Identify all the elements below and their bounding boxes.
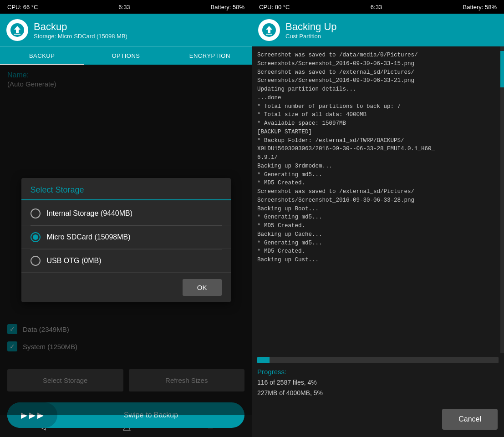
- log-line: * MD5 Created.: [257, 222, 499, 230]
- log-line: * Generating md5...: [257, 213, 499, 222]
- log-line: [BACKUP STARTED]: [257, 128, 499, 137]
- scrollbar[interactable]: [500, 46, 504, 353]
- right-app-title: Backing Up Cust Partition: [285, 21, 337, 40]
- backup-app-icon: [6, 19, 28, 41]
- log-lines: Screenshot was saved to /data/media/0/Pi…: [257, 51, 499, 264]
- right-title-sub: Cust Partition: [285, 33, 337, 40]
- select-storage-dialog: Select Storage Internal Storage (9440MB)…: [21, 178, 231, 302]
- left-app-header: Backup Storage: Micro SDCard (15098 MB): [0, 14, 252, 46]
- radio-micro-sd: [31, 232, 41, 242]
- tab-backup[interactable]: BACKUP: [0, 47, 84, 65]
- log-line: Screenshot was saved to /external_sd/Pic…: [257, 188, 499, 196]
- left-cpu-status: CPU: 66 °C: [7, 4, 38, 10]
- radio-internal: [31, 208, 41, 218]
- backing-up-icon-svg: [261, 22, 277, 38]
- radio-micro-sd-label: Micro SDCard (15098MB): [47, 233, 131, 241]
- left-app-title: Backup Storage: Micro SDCard (15098 MB): [34, 21, 127, 40]
- dialog-overlay: Select Storage Internal Storage (9440MB)…: [0, 65, 252, 415]
- storage-option-micro-sd[interactable]: Micro SDCard (15098MB): [21, 226, 231, 249]
- radio-internal-label: Internal Storage (9440MB): [47, 209, 133, 218]
- progress-section: Progress: 116 of 2587 files, 4% 227MB of…: [252, 353, 504, 404]
- right-time: 6:33: [371, 4, 382, 10]
- storage-option-internal[interactable]: Internal Storage (9440MB): [21, 202, 231, 225]
- left-title-main: Backup: [34, 21, 127, 33]
- tab-encryption[interactable]: ENCRYPTION: [168, 47, 252, 65]
- left-status-bar: CPU: 66 °C 6:33 Battery: 58%: [0, 0, 252, 14]
- log-line: Backing up Cust...: [257, 256, 499, 264]
- left-battery: Battery: 58%: [211, 4, 244, 10]
- ok-button[interactable]: OK: [183, 279, 222, 296]
- log-line: * Generating md5...: [257, 239, 499, 248]
- left-title-sub: Storage: Micro SDCard (15098 MB): [34, 33, 127, 40]
- log-line: Backing up Cache...: [257, 230, 499, 239]
- backing-up-app-icon: [258, 19, 280, 41]
- log-line: * Available space: 15097MB: [257, 119, 499, 128]
- log-line: * MD5 Created.: [257, 247, 499, 256]
- left-time: 6:33: [118, 4, 130, 10]
- progress-files: 116 of 2587 files, 4%: [257, 377, 499, 387]
- backup-log-area[interactable]: Screenshot was saved to /data/media/0/Pi…: [252, 46, 504, 353]
- backup-icon-svg: [10, 22, 25, 38]
- log-line: Screenshots/Screenshot_2016-09-30-06-33-…: [257, 76, 499, 85]
- right-app-header: Backing Up Cust Partition: [252, 14, 504, 46]
- progress-size: 227MB of 4000MB, 5%: [257, 388, 499, 398]
- log-line: Screenshots/Screenshot_2016-09-30-06-33-…: [257, 196, 499, 205]
- radio-usb-otg-label: USB OTG (0MB): [47, 257, 102, 265]
- log-line: ...done: [257, 94, 499, 102]
- log-line: * MD5 Created.: [257, 179, 499, 188]
- dialog-title: Select Storage: [21, 178, 231, 200]
- dialog-ok-row: OK: [21, 273, 231, 302]
- left-panel: CPU: 66 °C 6:33 Battery: 58% Backup Stor…: [0, 0, 252, 437]
- right-status-bar: CPU: 80 °C 6:33 Battery: 58%: [252, 0, 504, 14]
- storage-option-usb-otg[interactable]: USB OTG (0MB): [21, 249, 231, 273]
- log-line: Screenshot was saved to /external_sd/Pic…: [257, 68, 499, 77]
- progress-bar-fill: [257, 357, 270, 363]
- log-line: * Backup Folder: /external_sd/TWRP/BACKU…: [257, 137, 499, 145]
- right-title-main: Backing Up: [285, 21, 337, 33]
- progress-label: Progress:: [257, 368, 499, 376]
- log-line: Screenshot was saved to /data/media/0/Pi…: [257, 51, 499, 60]
- tabs-bar: BACKUP OPTIONS ENCRYPTION: [0, 46, 252, 65]
- radio-usb-otg: [31, 256, 41, 266]
- main-content-area: Name: (Auto Generate) Select Storage Int…: [0, 65, 252, 415]
- radio-micro-sd-inner: [33, 234, 38, 240]
- log-line: * Total number of partitions to back up:…: [257, 102, 499, 111]
- progress-bar-bg: [257, 357, 499, 363]
- right-cpu-status: CPU: 80 °C: [259, 4, 290, 10]
- tab-options[interactable]: OPTIONS: [84, 47, 168, 65]
- cancel-row: Cancel: [252, 404, 504, 437]
- log-line: Screenshots/Screenshot_2016-09-30-06-33-…: [257, 60, 499, 68]
- log-line: * Total size of all data: 4000MB: [257, 111, 499, 119]
- right-panel: CPU: 80 °C 6:33 Battery: 58% Backing Up …: [252, 0, 504, 437]
- log-line: Backing up Boot...: [257, 205, 499, 213]
- log-line: X9LDU15603003063/2016-09-30--06-33-28_EM…: [257, 145, 499, 153]
- log-line: Updating partition details...: [257, 85, 499, 94]
- right-battery: Battery: 58%: [463, 4, 497, 10]
- log-line: 6.9.1/: [257, 153, 499, 162]
- log-line: * Generating md5...: [257, 171, 499, 179]
- cancel-button[interactable]: Cancel: [442, 409, 498, 430]
- scrollbar-thumb: [500, 51, 504, 87]
- log-line: Backing up 3rdmodem...: [257, 162, 499, 171]
